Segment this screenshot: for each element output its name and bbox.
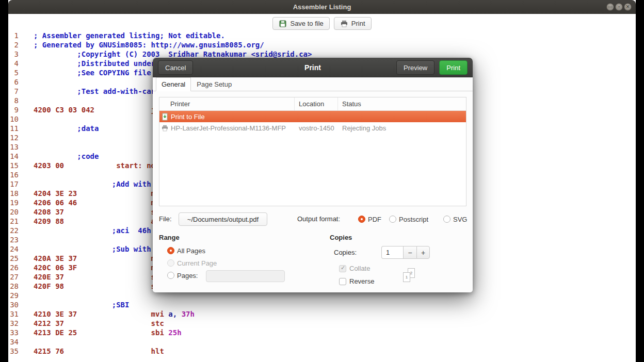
radio-label: Pages: xyxy=(177,272,198,279)
column-header-status[interactable]: Status xyxy=(338,97,466,110)
copies-decrease-button[interactable]: − xyxy=(403,246,416,259)
save-to-file-button[interactable]: Save to file xyxy=(272,17,329,30)
column-header-location[interactable]: Location xyxy=(295,97,338,110)
line-code: ;See COPYING file xyxy=(34,68,151,77)
line-number: 9 xyxy=(8,105,19,114)
copies-input[interactable]: 1 xyxy=(381,246,403,259)
printer-table: Printer Location Status Print to File xyxy=(159,97,466,206)
line-code: ;Test add-with-carry xyxy=(34,87,164,96)
line-number: 5 xyxy=(8,68,19,77)
file-output-row: File: ~/Documents/output.pdf Output form… xyxy=(159,212,466,226)
tab-page-setup[interactable]: Page Setup xyxy=(191,77,237,91)
line-number: 16 xyxy=(8,170,19,179)
listing-line: 354215 76 hlt xyxy=(8,347,636,356)
line-code: ;Distributed under xyxy=(34,59,155,68)
radio-pages[interactable]: Pages: xyxy=(167,271,198,279)
printer-name: Print to File xyxy=(171,113,205,121)
save-button-label: Save to file xyxy=(290,20,323,27)
print-button[interactable]: Print xyxy=(439,60,468,75)
file-button[interactable]: ~/Documents/output.pdf xyxy=(179,212,267,226)
printer-row-print-to-file[interactable]: Print to File xyxy=(159,111,466,122)
printer-icon xyxy=(161,124,169,132)
preview-page-1: 1 xyxy=(403,272,410,282)
print-dialog-header: Cancel Print Preview Print xyxy=(153,58,473,77)
maximize-button[interactable]: ▫ xyxy=(615,3,623,11)
radio-postscript[interactable]: Postscript xyxy=(389,215,428,223)
line-code: ;code xyxy=(34,152,99,161)
line-code: ;data xyxy=(34,124,99,133)
radio-icon xyxy=(443,216,450,223)
line-number: 32 xyxy=(8,319,19,328)
line-number: 30 xyxy=(8,300,19,309)
copies-spinner: 1 − + xyxy=(381,246,430,259)
line-code: 4206 06 46 mvi xyxy=(34,198,164,207)
line-number: 3 xyxy=(8,50,19,59)
tab-general[interactable]: General xyxy=(156,77,191,91)
radio-label: Current Page xyxy=(177,259,217,267)
window-controls: — ▫ ✕ xyxy=(606,3,632,11)
radio-svg[interactable]: SVG xyxy=(443,215,467,223)
line-number: 26 xyxy=(8,263,19,272)
radio-icon xyxy=(167,272,174,279)
close-button[interactable]: ✕ xyxy=(624,3,632,11)
titlebar: Assembler Listing — ▫ ✕ xyxy=(8,0,636,14)
listing-line: 34 xyxy=(8,337,636,347)
toolbar: Save to file Print xyxy=(8,14,636,31)
file-label: File: xyxy=(159,212,172,226)
print-to-file-icon xyxy=(161,113,169,121)
line-code: 420F 98 sbb xyxy=(34,282,164,291)
line-number: 24 xyxy=(8,244,19,254)
line-number: 6 xyxy=(8,77,19,87)
radio-icon xyxy=(167,247,174,254)
line-code: 4210 3E 37 mvi a, 37h xyxy=(34,309,195,319)
line-number: 29 xyxy=(8,291,19,300)
column-header-printer[interactable]: Printer xyxy=(159,97,295,110)
printer-icon xyxy=(340,20,348,28)
line-number: 28 xyxy=(8,282,19,291)
line-number: 27 xyxy=(8,272,19,282)
line-code: ;SBI xyxy=(34,300,129,309)
checkbox-label: Reverse xyxy=(349,277,374,285)
dialog-body: Printer Location Status Print to File xyxy=(153,91,473,292)
line-code: 4209 88 adc xyxy=(34,217,164,226)
line-number: 19 xyxy=(8,198,19,207)
listing-line: 334213 DE 25 sbi 25h xyxy=(8,328,636,337)
preview-button[interactable]: Preview xyxy=(396,60,434,75)
printer-name: HP-LaserJet-Professional-M1136-MFP xyxy=(171,124,286,132)
radio-icon xyxy=(358,216,365,223)
line-number: 14 xyxy=(8,152,19,161)
line-number: 11 xyxy=(8,124,19,133)
printer-table-header: Printer Location Status xyxy=(159,97,466,111)
line-number: 12 xyxy=(8,133,19,142)
line-code: 4212 37 stc xyxy=(34,319,164,328)
cancel-button[interactable]: Cancel xyxy=(158,60,193,75)
line-number: 2 xyxy=(8,40,19,50)
radio-current-page: Current Page xyxy=(167,259,217,267)
listing-line: 2; Generated by GNUSim8085: http://www.g… xyxy=(8,40,636,50)
printer-location: vostro-1450 xyxy=(295,124,338,132)
line-code: 420A 3E 37 mvi xyxy=(34,254,164,263)
listing-line: 314210 3E 37 mvi a, 37h xyxy=(8,309,636,319)
minimize-button[interactable]: — xyxy=(606,3,614,11)
radio-label: All Pages xyxy=(177,247,205,255)
print-dialog: Cancel Print Preview Print General Page … xyxy=(153,58,473,292)
radio-pdf[interactable]: PDF xyxy=(358,215,381,223)
print-button-label: Print xyxy=(351,20,365,27)
line-number: 18 xyxy=(8,189,19,198)
radio-icon xyxy=(389,216,396,223)
line-code: ; Generated by GNUSim8085: http://www.gn… xyxy=(34,40,264,50)
line-number: 20 xyxy=(8,207,19,217)
line-code: 4204 3E 23 mvi xyxy=(34,189,164,198)
checkbox-reverse[interactable]: Reverse xyxy=(339,277,374,285)
line-number: 23 xyxy=(8,235,19,244)
line-number: 7 xyxy=(8,87,19,96)
copies-title: Copies xyxy=(330,234,352,241)
radio-all-pages[interactable]: All Pages xyxy=(167,246,205,255)
line-number: 33 xyxy=(8,328,19,337)
pages-input xyxy=(206,270,285,282)
line-number: 1 xyxy=(8,31,19,40)
print-toolbar-button[interactable]: Print xyxy=(334,17,372,30)
printer-row-hp-laserjet[interactable]: HP-LaserJet-Professional-M1136-MFP vostr… xyxy=(159,122,466,134)
window-title: Assembler Listing xyxy=(293,3,351,11)
copies-increase-button[interactable]: + xyxy=(416,246,430,259)
